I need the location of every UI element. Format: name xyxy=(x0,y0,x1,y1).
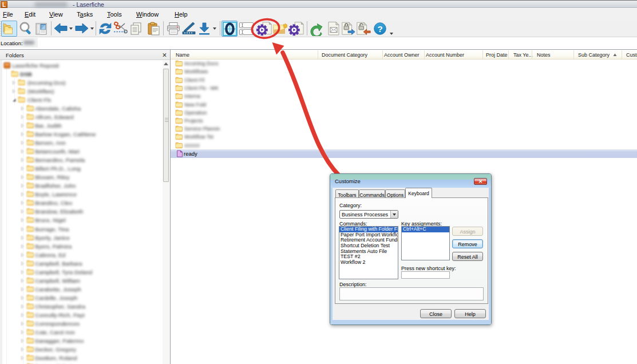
svg-text:?: ? xyxy=(377,24,382,34)
